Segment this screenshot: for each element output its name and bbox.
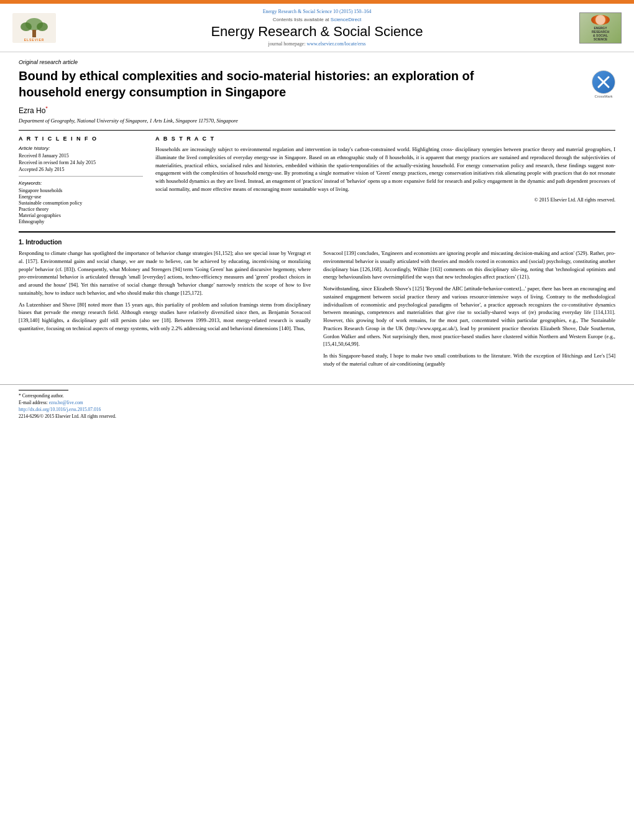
section1-title: 1. Introduction	[19, 239, 615, 246]
section1-number: 1.	[19, 239, 24, 246]
abstract-heading: A B S T R A C T	[155, 136, 615, 142]
article-type-line: Original research article	[19, 58, 615, 65]
email-link[interactable]: ezra.ho@live.com	[49, 400, 83, 405]
corresponding-author-label: * Corresponding author.	[19, 393, 615, 399]
footer-area: * Corresponding author. E-mail address: …	[0, 384, 634, 424]
accepted-date: Accepted 26 July 2015	[19, 167, 143, 172]
article-content: Original research article Bound by ethic…	[0, 52, 634, 378]
section1-heading: Introduction	[25, 239, 62, 246]
journal-header: ELSEVIER Energy Research & Social Scienc…	[0, 4, 634, 52]
journal-logo-circle	[591, 15, 610, 25]
crossmark-area: CrossMark	[592, 70, 615, 98]
svg-point-2	[21, 22, 32, 31]
body-col-right-p2: Notwithstanding, since Elizabeth Shove's…	[323, 285, 615, 348]
journal-logo-inner	[595, 15, 605, 25]
info-divider	[19, 176, 143, 177]
body-col-left-p1: Responding to climate change has spotlig…	[19, 249, 311, 297]
received-date-2: Received in revised form 24 July 2015	[19, 160, 143, 165]
svg-text:ELSEVIER: ELSEVIER	[24, 38, 45, 42]
journal-header-center: Energy Research & Social Science 10 (201…	[62, 9, 572, 47]
body-col-right: Sovacool [139] concludes, 'Engineers and…	[323, 249, 615, 372]
history-label: Article history:	[19, 145, 143, 151]
svg-point-3	[37, 22, 48, 31]
keyword-5: Material geographies	[19, 213, 143, 218]
keyword-2: Energy-use	[19, 194, 143, 200]
body-divider	[19, 231, 615, 233]
contents-available: Contents lists available at ScienceDirec…	[62, 17, 572, 22]
footnote-line	[19, 390, 68, 390]
abstract-panel: A B S T R A C T Households are increasin…	[155, 136, 615, 225]
copyright-text: © 2015 Elsevier Ltd. All rights reserved…	[155, 197, 615, 203]
article-info-panel: A R T I C L E I N F O Article history: R…	[19, 136, 143, 225]
body-col-right-p1: Sovacool [139] concludes, 'Engineers and…	[323, 249, 615, 281]
svg-rect-4	[32, 30, 36, 37]
keyword-3: Sustainable consumption policy	[19, 200, 143, 206]
article-title: Bound by ethical complexities and socio-…	[19, 68, 528, 100]
author-text: Ezra Ho	[19, 106, 45, 115]
abstract-text: Households are increasingly subject to e…	[155, 145, 615, 193]
body-col-left-p2: As Lutzenhiser and Shove [80] noted more…	[19, 301, 311, 333]
article-info-heading: A R T I C L E I N F O	[19, 136, 143, 142]
elsevier-tree-icon: ELSEVIER	[12, 13, 56, 43]
keyword-4: Practice theory	[19, 206, 143, 212]
keyword-1: Singapore households	[19, 188, 143, 193]
author-name: Ezra Ho*	[19, 105, 615, 115]
crossmark-icon	[592, 70, 615, 94]
contents-label: Contents lists available at	[273, 17, 329, 22]
journal-homepage: journal homepage: www.elsevier.com/locat…	[62, 41, 572, 47]
sciencedirect-link[interactable]: ScienceDirect	[331, 17, 361, 22]
author-sup: *	[45, 105, 48, 111]
email-label: E-mail address:	[19, 400, 48, 405]
crossmark-label: CrossMark	[592, 95, 615, 98]
title-crossmark-row: Bound by ethical complexities and socio-…	[19, 68, 615, 105]
page: ELSEVIER Energy Research & Social Scienc…	[0, 0, 634, 840]
homepage-url[interactable]: www.elsevier.com/locate/erss	[306, 41, 365, 47]
received-date-1: Received 8 January 2015	[19, 153, 143, 159]
affiliation: Department of Geography, National Univer…	[19, 118, 615, 124]
homepage-label: journal homepage:	[269, 41, 306, 47]
keywords-label: Keywords:	[19, 180, 143, 186]
section1-body: Responding to climate change has spotlig…	[19, 249, 615, 372]
journal-title: Energy Research & Social Science	[62, 24, 572, 40]
doi-text: http://dx.doi.org/10.1016/j.erss.2015.07…	[19, 407, 615, 412]
info-abstract-section: A R T I C L E I N F O Article history: R…	[19, 130, 615, 225]
body-col-right-p3: In this Singapore-based study, I hope to…	[323, 352, 615, 368]
journal-ref-text: Energy Research & Social Science 10 (201…	[263, 9, 372, 14]
journal-logo-text: ENERGYRESEARCH& SOCIALSCIENCE	[592, 26, 609, 41]
journal-reference: Energy Research & Social Science 10 (201…	[62, 9, 572, 14]
journal-logo-box: ENERGYRESEARCH& SOCIALSCIENCE	[579, 12, 622, 44]
keyword-6: Ethnography	[19, 219, 143, 224]
crossmark-svg	[596, 75, 611, 90]
article-type: Original research article	[19, 59, 78, 65]
elsevier-logo-left: ELSEVIER	[12, 13, 62, 43]
body-col-left: Responding to climate change has spotlig…	[19, 249, 311, 372]
issn-text: 2214-6296/© 2015 Elsevier Ltd. All right…	[19, 413, 615, 419]
journal-logo-right: ENERGYRESEARCH& SOCIALSCIENCE	[572, 12, 622, 44]
email-line: E-mail address: ezra.ho@live.com	[19, 400, 615, 405]
